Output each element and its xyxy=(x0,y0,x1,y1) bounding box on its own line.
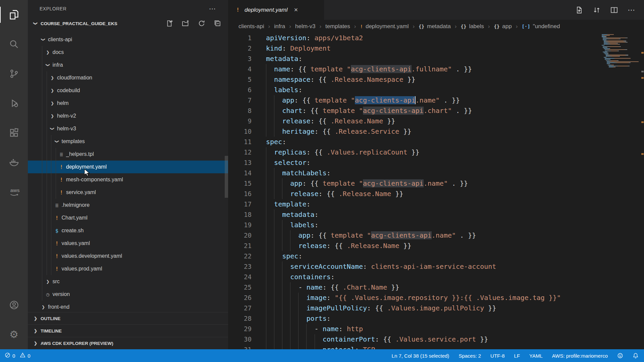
more-actions-icon[interactable]: ⋯ xyxy=(628,6,635,14)
source-control-icon xyxy=(9,68,19,79)
extensions-icon xyxy=(9,127,19,138)
problems-indicator[interactable]: 0 0 xyxy=(5,352,31,359)
collapse-all-icon[interactable] xyxy=(214,20,221,27)
breadcrumb-undefined[interactable]: [·]"undefined xyxy=(522,23,560,30)
sidebar-scrollbar[interactable] xyxy=(225,156,228,198)
tree-item-infra[interactable]: ❯infra xyxy=(28,59,228,71)
code-line: 20 app: {{ template "acg-clients-api.nam… xyxy=(228,230,644,241)
new-file-icon[interactable] xyxy=(166,20,173,27)
breadcrumb-app[interactable]: {}app xyxy=(494,23,512,30)
code-line-content: containers: xyxy=(252,272,335,282)
breadcrumb-helm-v3[interactable]: helm-v3 xyxy=(295,23,315,30)
activity-bar-item-accounts[interactable] xyxy=(0,290,28,320)
close-tab-icon[interactable]: × xyxy=(294,6,298,14)
tree-item-chart-yaml[interactable]: !Chart.yaml xyxy=(28,212,228,224)
breadcrumb-deployment-yaml[interactable]: !deployment.yaml xyxy=(360,23,409,30)
activity-bar-item-search[interactable] xyxy=(0,29,28,59)
line-number: 28 xyxy=(228,313,252,324)
code-line: 5 namespace: {{ .Release.Namespace }} xyxy=(228,74,644,85)
tree-item-values-yaml[interactable]: !values.yaml xyxy=(28,237,228,250)
tree-item-label: helm xyxy=(57,100,69,106)
chevron-down-icon: ❯ xyxy=(41,36,46,43)
breadcrumb-label: templates xyxy=(325,23,350,30)
tree-item-label: create.sh xyxy=(62,228,84,234)
aws-profile[interactable]: AWS: profile:mariomerco xyxy=(552,353,608,359)
tab-deployment-yaml[interactable]: ! deployment.yaml × xyxy=(228,0,324,20)
code-line: 28 ports: xyxy=(228,313,644,324)
tab-bar: ! deployment.yaml × xyxy=(228,0,644,20)
tree-item-label: _helpers.tpl xyxy=(66,151,94,157)
tree-item-label: clients-api xyxy=(48,37,72,43)
tree-item-helm-v2[interactable]: ❯helm-v2 xyxy=(28,110,228,122)
breadcrumb-metadata[interactable]: {}metadata xyxy=(419,23,451,30)
yaml-file-icon: ! xyxy=(53,215,61,221)
language-mode[interactable]: YAML xyxy=(529,353,543,359)
activity-bar-item-docker[interactable] xyxy=(0,147,28,177)
breadcrumb-infra[interactable]: infra xyxy=(274,23,285,30)
breadcrumb-separator: › xyxy=(413,23,415,30)
new-folder-icon[interactable] xyxy=(182,20,189,27)
status-bar-right: Ln 7, Col 38 (15 selected) Spaces: 2 UTF… xyxy=(392,353,644,359)
tree-item-src[interactable]: ❯src xyxy=(28,275,228,288)
tree-item-helm-v3[interactable]: ❯helm-v3 xyxy=(28,122,228,135)
line-number: 21 xyxy=(228,241,252,251)
chevron-right-icon: ❯ xyxy=(49,75,56,80)
section-aws-cdk-explorer[interactable]: ❯ AWS CDK EXPLORER (PREVIEW) xyxy=(28,337,228,349)
section-outline[interactable]: ❯ OUTLINE xyxy=(28,312,228,324)
tree-item-docs[interactable]: ❯docs xyxy=(28,46,228,59)
tree-item-create-sh[interactable]: $create.sh xyxy=(28,224,228,237)
tree-item-values-prod-yaml[interactable]: !values.prod.yaml xyxy=(28,262,228,275)
activity-bar-item-aws[interactable]: aws xyxy=(0,177,28,206)
notifications-bell-icon[interactable] xyxy=(633,353,639,359)
tree-item-helm[interactable]: ❯helm xyxy=(28,97,228,110)
activity-bar-item-source-control[interactable] xyxy=(0,59,28,88)
refresh-icon[interactable] xyxy=(198,20,205,27)
breadcrumb-clients-api[interactable]: clients-api xyxy=(238,23,264,30)
sidebar-more-actions-icon[interactable]: ⋯ xyxy=(209,5,216,13)
split-editor-icon[interactable] xyxy=(610,6,618,14)
tree-item-deployment-yaml[interactable]: !deployment.yaml xyxy=(28,161,228,173)
cursor-position[interactable]: Ln 7, Col 38 (15 selected) xyxy=(392,353,449,359)
tree-item-helpers-tpl[interactable]: ≡_helpers.tpl xyxy=(28,148,228,161)
sidebar-title-bar: EXPLORER ⋯ xyxy=(28,0,228,17)
open-changes-icon[interactable] xyxy=(575,6,583,14)
explorer-section-header[interactable]: ❯ COURSE_PRACTICAL_GUIDE_EKS xyxy=(28,17,228,29)
tree-item-cloudformation[interactable]: ❯cloudformation xyxy=(28,71,228,84)
line-number: 26 xyxy=(228,293,252,303)
ruler-selection-mark xyxy=(641,71,644,72)
minimap[interactable] xyxy=(602,34,639,68)
eol-setting[interactable]: LF xyxy=(514,353,520,359)
sidebar-title: EXPLORER xyxy=(40,6,66,11)
account-icon xyxy=(9,300,19,310)
tree-item-label: codebuild xyxy=(57,87,80,94)
encoding[interactable]: UTF-8 xyxy=(490,353,505,359)
activity-bar-item-run-debug[interactable] xyxy=(0,88,28,118)
tree-item-service-yaml[interactable]: !service.yaml xyxy=(28,186,228,199)
tree-item-templates[interactable]: ❯templates xyxy=(28,135,228,148)
indentation-setting[interactable]: Spaces: 2 xyxy=(459,353,481,359)
line-number: 23 xyxy=(228,261,252,272)
chevron-down-icon: ❯ xyxy=(46,61,50,69)
section-timeline[interactable]: ❯ TIMELINE xyxy=(28,324,228,337)
code-editor[interactable]: 1apiVersion: apps/v1beta22kind: Deployme… xyxy=(228,33,644,349)
editor-actions: ⋯ xyxy=(575,0,644,20)
tree-item-mesh-components-yaml[interactable]: !mesh-components.yaml xyxy=(28,173,228,186)
feedback-icon[interactable] xyxy=(617,353,623,359)
code-line: 2kind: Deployment xyxy=(228,43,644,54)
breadcrumb-templates[interactable]: templates xyxy=(325,23,350,30)
breadcrumb-labels[interactable]: {}labels xyxy=(461,23,484,30)
tree-item-clients-api[interactable]: ❯clients-api xyxy=(28,33,228,46)
tree-item-front-end[interactable]: ❯front-end xyxy=(28,301,228,313)
editor-group: ! deployment.yaml × xyxy=(228,0,644,349)
activity-bar-item-settings[interactable]: ⚙ xyxy=(0,320,28,349)
chevron-right-icon: ❯ xyxy=(49,88,56,93)
code-line: 30 containerPort: {{ .Values.service.por… xyxy=(228,334,644,345)
tree-item-helmignore[interactable]: ≡.helmignore xyxy=(28,199,228,212)
activity-bar-item-explorer[interactable] xyxy=(0,0,28,29)
tree-item-version[interactable]: ◷version xyxy=(28,288,228,301)
tree-item-values-development-yaml[interactable]: !values.development.yaml xyxy=(28,250,228,262)
tree-item-codebuild[interactable]: ❯codebuild xyxy=(28,84,228,97)
activity-bar-item-extensions[interactable] xyxy=(0,118,28,147)
compare-changes-icon[interactable] xyxy=(593,6,601,14)
tree-item-label: Chart.yaml xyxy=(62,215,88,221)
